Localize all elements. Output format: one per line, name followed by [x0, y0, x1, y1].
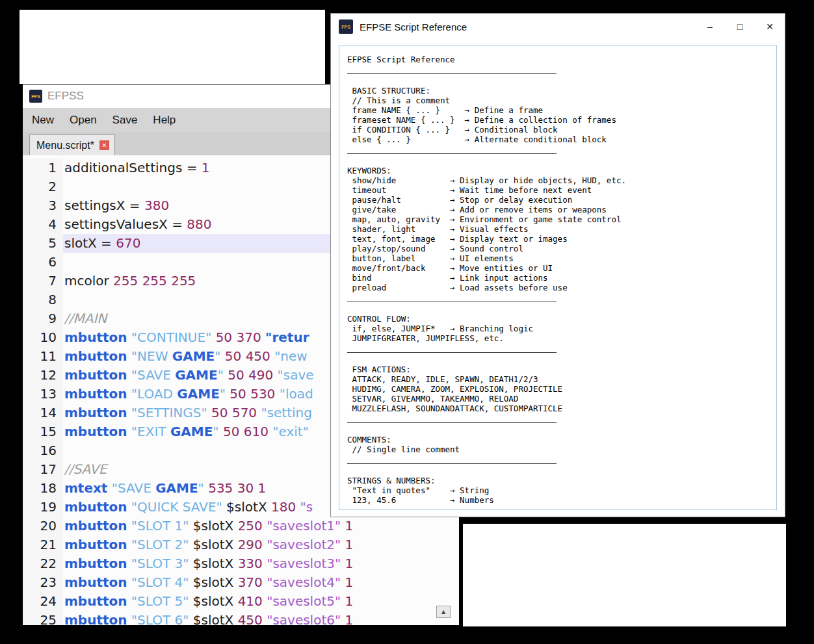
code-token: "EXIT [131, 424, 170, 439]
code-token: "SAVE [131, 367, 175, 383]
line-number: 5 [23, 234, 63, 253]
code-token: "CONTINUE" [131, 329, 211, 345]
section-separator [347, 153, 557, 154]
reference-app-icon: FPS [339, 19, 353, 34]
code-token: "saveslot5" [267, 593, 341, 609]
code-token: "saveslot4" [267, 574, 341, 590]
line-number: 15 [23, 422, 63, 441]
section-line: "Text in quotes" → String [347, 485, 770, 495]
code-token: mbutton [64, 518, 127, 534]
code-token: mbutton [64, 348, 127, 364]
reference-titlebar[interactable]: FPS EFPSE Script Reference – □ ✕ [331, 14, 785, 40]
code-token: "saveslot1" [267, 518, 341, 534]
code-token: " [218, 367, 224, 383]
code-token: "SLOT 5" [131, 593, 189, 609]
code-token: "QUICK SAVE" [131, 499, 222, 515]
code-text: //MAIN [63, 309, 107, 328]
line-number: 24 [23, 592, 63, 611]
code-token: GAME [172, 348, 215, 364]
code-token: "NEW [131, 348, 172, 364]
code-token: GAME [155, 480, 198, 496]
code-token: "s [300, 499, 313, 515]
line-number: 6 [23, 253, 63, 272]
maximize-button[interactable]: □ [725, 14, 755, 40]
code-line[interactable]: 23mbutton "SLOT 4" $slotX 370 "saveslot4… [23, 573, 459, 592]
code-token: " [213, 424, 218, 439]
scroll-up-icon: ▲ [441, 609, 445, 615]
code-token: 180 [271, 499, 296, 515]
line-number: 8 [23, 290, 63, 309]
code-line[interactable]: 20mbutton "SLOT 1" $slotX 250 "saveslot1… [23, 517, 459, 535]
section-separator [347, 352, 557, 353]
reference-sections: BASIC STRUCTURE: // This is a comment fr… [347, 86, 770, 505]
code-text: mbutton "SLOT 6" $slotX 450 "saveslot6" … [63, 611, 353, 625]
code-token: 50 530 [230, 386, 275, 402]
code-text: mbutton "SLOT 1" $slotX 250 "saveslot1" … [63, 517, 353, 535]
code-token: "SLOT 3" [131, 556, 189, 571]
code-token: 1 [345, 593, 354, 609]
section-line: HUDIMG, CAMERA, ZOOM, EXPLOSION, PROJECT… [347, 384, 770, 394]
title-separator [347, 73, 557, 74]
section-line: 123, 45.6 → Numbers [347, 495, 770, 505]
section-heading: STRINGS & NUMBERS: [347, 476, 770, 485]
minimize-button[interactable]: – [695, 14, 725, 40]
code-line[interactable]: 25mbutton "SLOT 6" $slotX 450 "saveslot6… [23, 611, 459, 625]
code-token: 1 [345, 518, 354, 534]
code-token: 370 [238, 574, 263, 590]
line-number: 21 [23, 535, 63, 554]
section-line: bind → Link input actions [347, 273, 770, 283]
code-token: "SETTINGS" [131, 405, 207, 420]
line-number: 17 [23, 460, 63, 479]
reference-section: KEYWORDS: show/hide → Display or hide ob… [347, 166, 770, 302]
code-token: $slotX [222, 499, 271, 515]
code-token: mbutton [64, 424, 127, 439]
code-text [63, 177, 64, 196]
code-token: settingsValuesX = [64, 216, 187, 232]
menu-item-new[interactable]: New [24, 108, 62, 132]
menu-item-open[interactable]: Open [62, 108, 105, 132]
line-number: 25 [23, 611, 63, 625]
tab-close-icon[interactable]: ✕ [99, 140, 109, 150]
section-heading: COMMENTS: [347, 435, 770, 444]
section-heading: BASIC STRUCTURE: [347, 86, 770, 96]
line-number: 7 [23, 272, 63, 290]
reference-window: FPS EFPSE Script Reference – □ ✕ EFPSE S… [330, 13, 785, 517]
section-heading: CONTROL FLOW: [347, 314, 770, 324]
code-token: 50 370 [216, 329, 261, 345]
scroll-up-button[interactable]: ▲ [436, 606, 451, 618]
code-line[interactable]: 21mbutton "SLOT 2" $slotX 290 "saveslot2… [23, 535, 459, 554]
section-line: JUMPIFGREATER, JUMPIFLESS, etc. [347, 333, 770, 343]
reference-section: COMMENTS: // Single line comment [347, 435, 770, 464]
tab-menu-script[interactable]: Menu.script* ✕ [29, 135, 115, 155]
code-text: mbutton "SLOT 4" $slotX 370 "saveslot4" … [63, 573, 353, 592]
code-token: mbutton [64, 405, 127, 420]
code-token: 50 570 [211, 405, 257, 420]
line-number: 18 [23, 479, 63, 498]
code-token: 255 255 255 [113, 273, 196, 289]
code-token: 880 [187, 216, 211, 232]
code-token: 1 [345, 537, 354, 552]
section-line: text, font, image → Display text or imag… [347, 234, 770, 244]
code-token: mbutton [64, 329, 127, 345]
code-line[interactable]: 22mbutton "SLOT 3" $slotX 330 "saveslot3… [23, 554, 459, 573]
section-line: ATTACK, READY, IDLE, SPAWN, DEATH1/2/3 [347, 374, 770, 384]
code-token: "load [280, 386, 313, 402]
code-token: "retur [265, 329, 309, 345]
code-token: $slotX [189, 537, 237, 552]
section-line: MUZZLEFLASH, SOUNDANDATTACK, CUSTOMPARTI… [347, 404, 770, 413]
code-token: mbutton [64, 574, 127, 590]
code-token: additionalSettings = [64, 160, 202, 175]
section-separator [347, 463, 557, 464]
menu-item-save[interactable]: Save [105, 108, 146, 132]
code-token: //SAVE [64, 461, 107, 477]
reference-section: CONTROL FLOW: if, else, JUMPIF* → Branch… [347, 314, 770, 353]
section-line: show/hide → Display or hide objects, HUD… [347, 175, 770, 185]
close-button[interactable]: ✕ [755, 14, 785, 40]
menu-item-help[interactable]: Help [145, 108, 183, 132]
code-text: mbutton "EXIT GAME" 50 610 "exit" [63, 422, 309, 441]
reference-doc-title: EFPSE Script Reference [347, 55, 770, 64]
code-token: "LOAD [131, 386, 177, 402]
line-number: 12 [23, 366, 63, 385]
code-token: 1 [345, 574, 354, 590]
code-line[interactable]: 24mbutton "SLOT 5" $slotX 410 "saveslot5… [23, 592, 459, 611]
